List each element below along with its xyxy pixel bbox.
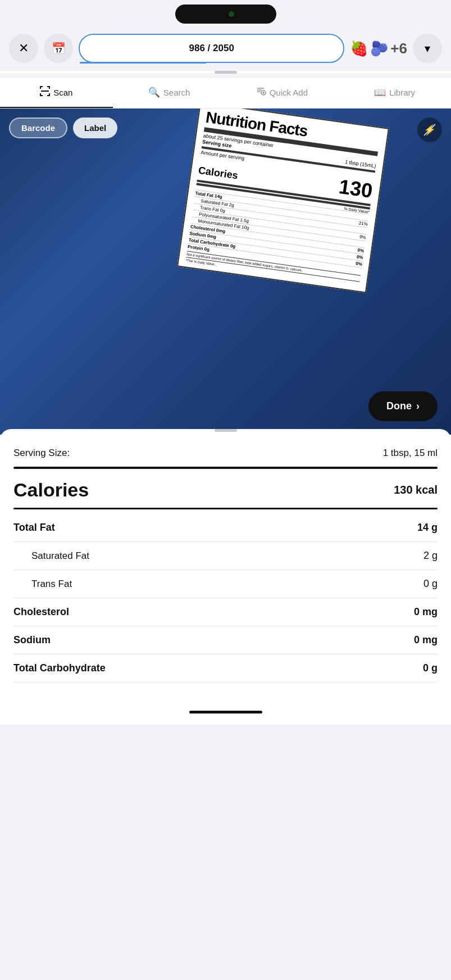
drag-handle xyxy=(215,71,237,74)
strawberry-emoji: 🍓 xyxy=(350,40,368,57)
barcode-mode-label: Barcode xyxy=(21,123,55,133)
nutrition-facts-panel: Serving Size: 1 tbsp, 15 ml Calories 130… xyxy=(0,429,451,705)
home-indicator xyxy=(189,711,262,713)
nutrient-cholesterol: Cholesterol 0 mg xyxy=(13,598,438,626)
saturated-fat-value: 2 g xyxy=(423,550,438,562)
tab-quickadd[interactable]: Quick Add xyxy=(226,78,339,108)
nutrient-sodium: Sodium 0 mg xyxy=(13,626,438,654)
done-button[interactable]: Done › xyxy=(368,391,438,421)
scan-mode-buttons: Barcode Label xyxy=(9,118,117,138)
cholesterol-value: 0 mg xyxy=(414,606,438,618)
status-bar xyxy=(0,0,451,28)
total-fat-label: Total Fat xyxy=(13,522,55,534)
chevron-down-icon: ▾ xyxy=(425,42,430,55)
expand-button[interactable]: ▾ xyxy=(413,34,442,63)
calorie-counter[interactable]: 986 / 2050 xyxy=(79,34,344,63)
svg-rect-5 xyxy=(40,93,41,96)
calories-row: Calories 130 kcal xyxy=(13,470,438,505)
svg-rect-7 xyxy=(49,93,50,96)
calorie-display: 986 / 2050 xyxy=(189,43,234,54)
calories-top-divider xyxy=(13,467,438,469)
nutrition-label-image: Nutrition Facts about 25 servings per co… xyxy=(177,109,389,293)
tab-scan-label: Scan xyxy=(53,88,72,97)
cholesterol-label: Cholesterol xyxy=(13,606,69,618)
sodium-label: Sodium xyxy=(13,634,51,646)
nutrient-total-fat: Total Fat 14 g xyxy=(13,514,438,542)
calorie-progress-bar xyxy=(80,62,206,64)
quickadd-tab-icon xyxy=(256,86,266,99)
calendar-icon: 📅 xyxy=(52,42,66,55)
nf-calories-label: Calories xyxy=(197,165,238,182)
flash-button[interactable]: ⚡ xyxy=(417,118,442,142)
dynamic-island xyxy=(175,4,276,24)
tab-scan[interactable]: Scan xyxy=(0,78,113,108)
done-arrow-icon: › xyxy=(416,400,420,412)
more-foods-badge: +6 xyxy=(390,40,407,57)
calories-bottom-divider xyxy=(13,508,438,509)
total-fat-value: 14 g xyxy=(417,522,438,534)
calendar-button[interactable]: 📅 xyxy=(44,34,73,63)
svg-rect-8 xyxy=(41,91,49,92)
tab-bar: Scan 🔍 Search Quick Add 📖 Library xyxy=(0,78,451,109)
island-dot xyxy=(229,11,234,17)
trans-fat-label: Trans Fat xyxy=(13,579,72,590)
trans-fat-value: 0 g xyxy=(423,578,438,590)
nutrient-saturated-fat: Saturated Fat 2 g xyxy=(13,542,438,570)
done-label: Done xyxy=(386,400,412,412)
svg-rect-3 xyxy=(49,86,50,89)
scan-tab-icon xyxy=(40,86,50,99)
top-nav: ✕ 📅 986 / 2050 🍓 🫐 +6 ▾ xyxy=(0,28,451,69)
tab-search[interactable]: 🔍 Search xyxy=(113,79,226,107)
tab-library[interactable]: 📖 Library xyxy=(338,79,451,107)
barcode-mode-button[interactable]: Barcode xyxy=(9,118,67,138)
svg-rect-1 xyxy=(40,86,41,89)
nf-calories-val: 130 xyxy=(337,175,373,203)
total-carb-value: 0 g xyxy=(423,662,438,674)
camera-scan-area: Nutrition Facts about 25 servings per co… xyxy=(0,109,451,435)
saturated-fat-label: Saturated Fat xyxy=(13,550,89,562)
serving-size-row: Serving Size: 1 tbsp, 15 ml xyxy=(13,441,438,466)
blueberry-emoji: 🫐 xyxy=(370,40,388,57)
nutrient-list: Total Fat 14 g Saturated Fat 2 g Trans F… xyxy=(13,514,438,683)
search-tab-icon: 🔍 xyxy=(148,87,160,98)
serving-size-label: Serving Size: xyxy=(13,448,70,459)
library-tab-icon: 📖 xyxy=(374,87,386,98)
tab-search-label: Search xyxy=(163,88,190,97)
serving-size-value: 1 tbsp, 15 ml xyxy=(383,448,438,459)
tab-library-label: Library xyxy=(389,88,415,97)
sodium-value: 0 mg xyxy=(414,634,438,646)
label-mode-button[interactable]: Label xyxy=(73,118,117,138)
nutrient-trans-fat: Trans Fat 0 g xyxy=(13,570,438,598)
calories-value: 130 kcal xyxy=(394,484,438,496)
close-icon: ✕ xyxy=(19,41,29,56)
panel-drag-handle xyxy=(215,429,237,432)
label-mode-label: Label xyxy=(84,123,106,133)
total-carb-label: Total Carbohydrate xyxy=(13,662,106,674)
food-emoji-group: 🍓 🫐 +6 xyxy=(350,40,407,57)
close-button[interactable]: ✕ xyxy=(9,34,38,63)
nutrient-total-carbohydrate: Total Carbohydrate 0 g xyxy=(13,654,438,683)
tab-quickadd-label: Quick Add xyxy=(270,88,308,97)
calories-label: Calories xyxy=(13,479,89,501)
